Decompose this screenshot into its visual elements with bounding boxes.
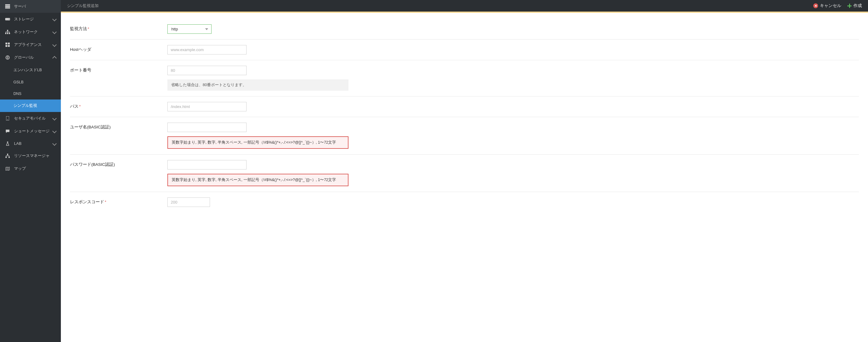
basic-pass-input[interactable] (167, 160, 247, 169)
cancel-icon: ✕ (813, 3, 818, 8)
create-label: 作成 (854, 3, 862, 8)
form-row-port: ポート番号 省略した場合は、80番ポートとなります。 (70, 60, 859, 96)
sidebar-item-enhanced-lb[interactable]: エンハンスドLB (0, 64, 61, 76)
sidebar-item-lab[interactable]: LAB (0, 137, 61, 149)
svg-rect-7 (7, 33, 8, 34)
host-header-input[interactable] (167, 45, 247, 55)
svg-point-4 (9, 19, 9, 20)
basic-user-input[interactable] (167, 123, 247, 132)
sidebar-label: シンプル監視 (13, 103, 56, 108)
svg-rect-2 (5, 7, 10, 8)
basic-pass-hint: 英数字始まり, 英字, 数字, 半角スペース, 一部記号（!#$%&()*+,-… (167, 174, 348, 186)
create-button[interactable]: 作成 (847, 3, 862, 8)
label-monitoring-method: 監視方法* (70, 24, 167, 32)
required-mark: * (105, 199, 106, 204)
sidebar-label: ショートメッセージ (14, 128, 53, 134)
mobile-icon (5, 116, 10, 121)
svg-rect-5 (7, 30, 8, 31)
sidebar-label: ネットワーク (14, 29, 53, 35)
sidebar-label: GSLB (13, 80, 56, 84)
cancel-button[interactable]: ✕ キャンセル (813, 3, 841, 8)
required-mark: * (79, 104, 81, 108)
sidebar-item-resource-manager[interactable]: リソースマネージャ (0, 149, 61, 162)
globe-icon (5, 55, 10, 60)
response-code-input[interactable] (167, 197, 210, 207)
form-row-monitoring-method: 監視方法* http (70, 19, 859, 39)
sitemap-icon (5, 154, 10, 158)
chevron-down-icon (52, 116, 57, 121)
chevron-down-icon (52, 30, 57, 34)
label-basic-pass: パスワード(BASIC認証) (70, 160, 167, 167)
chevron-down-icon (52, 42, 57, 47)
monitoring-method-select[interactable]: http (167, 24, 212, 34)
sidebar-label: リソースマネージャ (14, 153, 56, 158)
port-input[interactable] (167, 66, 247, 75)
sidebar-label: セキュアモバイル (14, 116, 53, 121)
svg-point-15 (7, 120, 8, 120)
svg-rect-9 (5, 42, 7, 44)
form-content: 監視方法* http Hostヘッダ ポート番号 (61, 13, 868, 342)
plus-icon (847, 4, 851, 8)
svg-rect-8 (9, 33, 10, 34)
svg-rect-6 (5, 33, 6, 34)
sidebar-label: ストレージ (14, 17, 53, 22)
sidebar-label: サーバ (14, 4, 56, 9)
sidebar-item-network[interactable]: ネットワーク (0, 26, 61, 38)
required-mark: * (88, 27, 89, 31)
sidebar-item-appliance[interactable]: アプライアンス (0, 38, 61, 51)
form-row-basic-user: ユーザ名(BASIC認証) 英数字始まり, 英字, 数字, 半角スペース, 一部… (70, 117, 859, 155)
svg-rect-10 (8, 42, 10, 44)
chevron-up-icon (52, 56, 57, 60)
sidebar-item-gslb[interactable]: GSLB (0, 76, 61, 88)
label-basic-user: ユーザ名(BASIC認証) (70, 123, 167, 130)
sidebar-item-global[interactable]: グローバル (0, 51, 61, 64)
chevron-down-icon (52, 141, 57, 146)
svg-rect-11 (5, 45, 7, 47)
sidebar-item-server[interactable]: サーバ (0, 0, 61, 13)
sidebar-item-map[interactable]: マップ (0, 162, 61, 175)
page-title: シンプル監視追加 (67, 3, 807, 8)
port-hint: 省略した場合は、80番ポートとなります。 (167, 80, 348, 91)
map-icon (5, 167, 10, 171)
header-bar: シンプル監視追加 ✕ キャンセル 作成 (61, 0, 868, 11)
form-row-response-code: レスポンスコード* (70, 192, 859, 212)
label-host-header: Hostヘッダ (70, 45, 167, 52)
message-icon (5, 129, 10, 133)
chevron-down-icon (52, 129, 57, 133)
svg-rect-1 (5, 6, 10, 7)
sidebar-item-simple-monitor[interactable]: シンプル監視 (0, 99, 61, 112)
flask-icon (5, 142, 10, 146)
svg-rect-16 (7, 154, 8, 155)
svg-rect-17 (5, 157, 7, 158)
sidebar-label: DNS (13, 92, 56, 96)
appliance-icon (5, 42, 10, 47)
chevron-down-icon (52, 17, 57, 21)
network-icon (5, 30, 10, 34)
svg-rect-18 (8, 157, 10, 158)
sidebar-label: アプライアンス (14, 42, 53, 48)
sidebar-item-storage[interactable]: ストレージ (0, 13, 61, 26)
svg-rect-0 (5, 4, 10, 5)
path-input[interactable] (167, 102, 247, 112)
sidebar-label: LAB (14, 141, 53, 146)
sidebar-label: グローバル (14, 55, 53, 60)
sidebar-label: エンハンスドLB (13, 67, 56, 73)
sidebar: サーバ ストレージ ネットワーク アプライアンス (0, 0, 61, 342)
form-row-basic-pass: パスワード(BASIC認証) 英数字始まり, 英字, 数字, 半角スペース, 一… (70, 155, 859, 192)
sidebar-item-secure-mobile[interactable]: セキュアモバイル (0, 112, 61, 125)
sidebar-item-dns[interactable]: DNS (0, 88, 61, 99)
storage-icon (5, 17, 10, 21)
svg-rect-12 (8, 45, 10, 47)
form-row-host-header: Hostヘッダ (70, 39, 859, 60)
basic-user-hint: 英数字始まり, 英字, 数字, 半角スペース, 一部記号（!#$%&()*+,-… (167, 136, 348, 149)
label-path: パス* (70, 102, 167, 109)
label-port: ポート番号 (70, 66, 167, 73)
form-row-path: パス* (70, 96, 859, 117)
sidebar-label: マップ (14, 166, 56, 171)
cancel-label: キャンセル (820, 3, 841, 8)
label-response-code: レスポンスコード* (70, 197, 167, 205)
sidebar-item-short-message[interactable]: ショートメッセージ (0, 125, 61, 137)
server-icon (5, 4, 10, 8)
